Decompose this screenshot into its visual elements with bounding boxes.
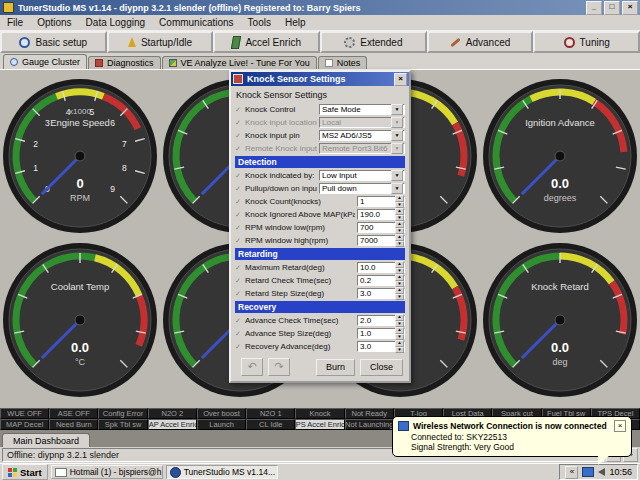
rpm-window-high-rpm-label: RPM window high(rpm) [245,236,355,245]
dropdown-arrow-icon[interactable]: ▼ [391,183,403,194]
menu-data-logging[interactable]: Data Logging [79,16,153,29]
advanced-button[interactable]: Advanced [427,31,534,53]
extended-button[interactable]: Extended [320,31,427,53]
check-icon: ✓ [235,211,243,219]
menu-file[interactable]: File [0,16,30,29]
maximize-button[interactable]: □ [604,1,620,15]
balloon-line2: Signal Strength: Very Good [398,442,626,452]
tab-label: Diagnostics [107,58,154,68]
maximum-retard-deg-label: Maximum Retard(deg) [245,263,355,272]
startup-idle-button[interactable]: Startup/Idle [107,31,214,53]
tab-label: Gauge Cluster [22,57,80,67]
dialog-close-button[interactable]: Close [360,359,403,376]
spinner-buttons[interactable]: ▲▼ [395,261,404,274]
accel-enrich-button[interactable]: Accel Enrich [213,31,320,53]
knock-indicated-by-select[interactable]: Low Input▼ [319,170,405,181]
spinner-buttons[interactable]: ▲▼ [395,314,404,327]
dialog-heading: Knock Sensor Settings [235,89,405,103]
balloon-close-icon[interactable]: × [614,420,626,432]
burn-button[interactable]: Burn [316,359,355,376]
gauge-coolant-temp[interactable]: Coolant Temp0.0°C [0,240,160,400]
dialog-icon [233,74,243,84]
gauge-engine-speed[interactable]: 0123456789x1000Engine Speed0RPM [0,76,160,236]
spinner-buttons[interactable]: ▲▼ [395,274,404,287]
tuning-button[interactable]: Tuning [533,31,640,53]
dialog-title-bar[interactable]: Knock Sensor Settings × [231,72,409,86]
row-maximum-retard-deg: ✓Maximum Retard(deg)10.0▲▼ [235,261,405,274]
knock-count-knocks-input[interactable]: 1▲▼ [357,196,405,207]
indicator-config-error: Config Error [98,408,147,419]
minimize-button[interactable]: _ [586,1,602,15]
knock-ignored-above-map-kpa-input[interactable]: 190.0▲▼ [357,209,405,220]
tab-notes[interactable]: Notes [318,56,368,69]
indicator-not-launching: Not Launching [345,419,394,430]
knock-input-pin-select[interactable]: MS2 AD6/JS5▼ [319,130,405,141]
spinner-buttons[interactable]: ▲▼ [395,195,404,208]
spin-down-icon[interactable]: ▼ [395,347,404,354]
knock-control-select[interactable]: Safe Mode▼ [319,104,405,115]
tab-ve-analyze-live-tune-for-you[interactable]: VE Analyze Live! - Tune For You [162,56,317,69]
notification-balloon[interactable]: Wireless Network Connection is now conne… [392,416,632,457]
gauge-knock-retard[interactable]: Knock Retard0.0deg [480,240,640,400]
gauge-engine-speed-sub: x1000 [69,107,91,116]
redo-icon[interactable]: ↷ [268,358,290,376]
spinner-buttons[interactable]: ▲▼ [395,340,404,353]
gauge-ignition-advance[interactable]: Ignition Advance0.0degrees [480,76,640,236]
tab-gauge-cluster[interactable]: Gauge Cluster [3,54,87,69]
row-recovery-advance-deg: ✓Recovery Advance(deg)3.0▲▼ [235,340,405,353]
section-recovery: Recovery [235,301,405,313]
row-knock-control: ✓Knock ControlSafe Mode▼ [235,103,405,116]
dropdown-arrow-icon[interactable]: ▼ [391,104,403,115]
knock-indicated-by-label: Knock indicated by: [245,171,317,180]
dashboard-tab-main[interactable]: Main Dashboard [2,433,90,447]
dropdown-arrow-icon[interactable]: ▼ [391,170,403,181]
recovery-advance-deg-input[interactable]: 3.0▲▼ [357,341,405,352]
menu-help[interactable]: Help [278,16,313,29]
windows-flag-icon [8,468,17,477]
dial-icon [564,37,575,48]
retard-step-size-deg-input[interactable]: 3.0▲▼ [357,288,405,299]
title-bar[interactable]: TunerStudio MS v1.14 - diypnp 3.2.1 slen… [0,0,640,15]
maximum-retard-deg-input[interactable]: 10.0▲▼ [357,262,405,273]
pullup-down-on-input-select[interactable]: Pull down▼ [319,183,405,194]
spinner-buttons[interactable]: ▲▼ [395,327,404,340]
dialog-title: Knock Sensor Settings [247,74,390,84]
retard-check-time-sec-input[interactable]: 0.2▲▼ [357,275,405,286]
advance-check-time-sec-input[interactable]: 2.0▲▼ [357,315,405,326]
task-label: TunerStudio MS v1.14... [184,467,275,477]
close-button[interactable]: × [622,1,638,15]
spin-down-icon[interactable]: ▼ [395,294,404,301]
tab-diagnostics[interactable]: Diagnostics [88,56,161,69]
menu-options[interactable]: Options [30,16,78,29]
indicator-tps-accel-enrich: TPS Accel Enrich [295,419,344,430]
spinner-buttons[interactable]: ▲▼ [395,208,404,221]
volume-tray-icon[interactable] [598,468,605,476]
lightning-icon [128,37,136,47]
network-tray-icon[interactable] [582,467,594,477]
check-icon: ✓ [235,119,243,127]
taskbar-tunerstudio-ms-v1-14[interactable]: TunerStudio MS v1.14... [166,465,278,479]
check-icon: ✓ [235,264,243,272]
mail-icon [55,468,67,477]
knock-count-knocks-label: Knock Count(knocks) [245,197,355,206]
spinner-buttons[interactable]: ▲▼ [395,221,404,234]
undo-icon[interactable]: ↶ [241,358,263,376]
advance-check-time-sec-label: Advance Check Time(sec) [245,316,355,325]
menu-tools[interactable]: Tools [241,16,278,29]
rpm-window-low-rpm-input[interactable]: 700▲▼ [357,222,405,233]
taskbar-hotmail-1-bjspiers-h[interactable]: Hotmail (1) - bjspiers@h... [51,465,163,479]
menu-communications[interactable]: Communications [152,16,240,29]
hide-icons-chevron-icon[interactable]: « [565,466,578,479]
dropdown-arrow-icon[interactable]: ▼ [391,130,403,141]
gauge-coolant-temp-value: 0.0 [71,340,89,355]
spinner-buttons[interactable]: ▲▼ [395,234,404,247]
rpm-window-high-rpm-input[interactable]: 7000▲▼ [357,235,405,246]
dialog-close-icon[interactable]: × [394,73,407,86]
advance-step-size-deg-label: Advance Step Size(deg) [245,329,355,338]
advance-step-size-deg-input[interactable]: 1.0▲▼ [357,328,405,339]
balloon-line1: Connected to: SKY22513 [398,432,626,442]
start-button[interactable]: Start [2,464,48,480]
spin-down-icon[interactable]: ▼ [395,241,404,248]
basic-setup-button[interactable]: Basic setup [0,31,107,53]
spinner-buttons[interactable]: ▲▼ [395,287,404,300]
